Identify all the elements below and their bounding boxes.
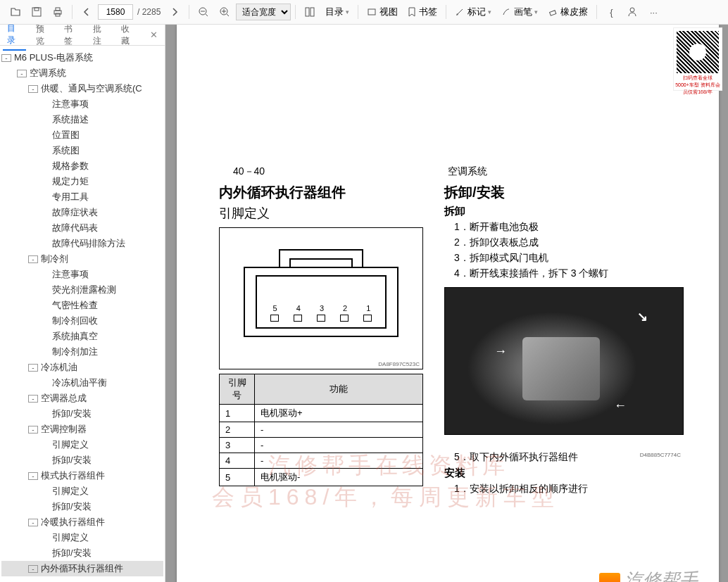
page-total: / 2285 (137, 7, 161, 17)
prev-page-icon[interactable] (77, 2, 96, 22)
tree-item[interactable]: 气密性检查 (1, 298, 163, 313)
brush-button[interactable]: 画笔▾ (497, 2, 542, 22)
collapse-icon[interactable]: - (28, 426, 38, 434)
tree-item[interactable]: 冷冻机油平衡 (1, 375, 163, 391)
zoom-out-icon[interactable] (194, 2, 213, 22)
step-item: 2．拆卸仪表板总成 (454, 236, 698, 249)
collapse-icon[interactable]: - (17, 70, 27, 77)
install-heading: 安装 (444, 467, 698, 480)
zoom-select[interactable]: 适合宽度 (236, 4, 291, 20)
tree-item[interactable]: 引脚定义 (1, 437, 163, 453)
pin-table: 引脚号功能 1电机驱动+2-3-4-5电机驱动- (219, 374, 423, 486)
layout-icon[interactable] (300, 2, 320, 22)
more-icon[interactable]: ··· (644, 2, 663, 22)
tree-item[interactable]: 系统抽真空 (1, 329, 163, 344)
collapse-icon[interactable]: - (28, 519, 38, 526)
main: 目录 预览 书签 批注 收藏 ✕ - M6 PLUS-电器系统 -空调系统-供暖… (0, 25, 728, 582)
svg-rect-12 (306, 8, 309, 16)
user-icon[interactable] (622, 2, 642, 22)
tree-item[interactable]: 规定力矩 (1, 174, 163, 189)
tree-item[interactable]: 位置图 (1, 127, 163, 143)
step-item: 3．拆卸模式风门电机 (454, 252, 698, 265)
tree-item[interactable]: 拆卸/安装 (1, 406, 163, 422)
component-title: 内外循环执行器组件 (219, 183, 423, 202)
step-item: 1．断开蓄电池负极 (454, 221, 698, 234)
tree-item[interactable]: 注意事项 (1, 267, 163, 282)
page-section-title: 空调系统 (448, 165, 487, 178)
svg-rect-14 (368, 9, 375, 15)
page-number-input[interactable] (98, 4, 133, 20)
tree-item[interactable]: 故障症状表 (1, 205, 163, 220)
tree-item[interactable]: -空调控制器 (1, 422, 163, 437)
page-section-number: 40－40 (233, 165, 265, 178)
connector-diagram: 54321 DA8F897C523C (219, 227, 423, 369)
tree-item[interactable]: 拆卸/安装 (1, 545, 163, 561)
tree-item[interactable]: 荧光剂泄露检测 (1, 282, 163, 298)
tree-item[interactable]: 系统描述 (1, 112, 163, 127)
tree-item[interactable]: 系统图 (1, 143, 163, 158)
tree-item[interactable]: 拆卸/安装 (1, 499, 163, 514)
step-item: 1．安装以拆卸相反的顺序进行 (454, 483, 698, 495)
logo-icon (599, 573, 620, 583)
tree-item[interactable]: -冷暖执行器组件 (1, 514, 163, 530)
outline-tree: - M6 PLUS-电器系统 -空调系统-供暖、通风与空调系统(C注意事项系统描… (0, 46, 165, 582)
tree-item[interactable]: -制冷剂 (1, 251, 163, 267)
sidebar-close-icon[interactable]: ✕ (146, 30, 162, 40)
pdf-page: 40－40 空调系统 内外循环执行器组件 引脚定义 (177, 25, 719, 582)
tree-item[interactable]: 引脚定义 (1, 530, 163, 545)
bookmark-button[interactable]: 书签 (403, 2, 441, 22)
tree-item[interactable]: -冷冻机油 (1, 360, 163, 375)
svg-rect-15 (550, 11, 556, 15)
qr-code: 扫码查看全球5000+车型 资料库会员仅需168/年 (673, 27, 722, 91)
collapse-icon[interactable]: - (28, 255, 38, 263)
svg-point-16 (630, 8, 634, 12)
tree-item[interactable]: 故障代码排除方法 (1, 236, 163, 251)
page-header: 40－40 空调系统 (233, 165, 691, 178)
left-column: 内外循环执行器组件 引脚定义 54321 DA8F8 (205, 183, 423, 498)
svg-rect-13 (310, 8, 314, 16)
tree-item[interactable]: -空调器总成 (1, 391, 163, 406)
outline-button[interactable]: 目录▾ (321, 2, 353, 22)
tree-item[interactable]: -供暖、通风与空调系统(C (1, 81, 163, 96)
pin-def-title: 引脚定义 (219, 205, 423, 222)
tree-item[interactable]: 制冷剂回收 (1, 313, 163, 329)
collapse-icon[interactable]: - (28, 395, 38, 403)
photo-code: D4B885C7774C (441, 452, 681, 458)
right-column: 拆卸/安装 拆卸 1．断开蓄电池负极2．拆卸仪表板总成3．拆卸模式风门电机4．断… (444, 183, 698, 498)
collapse-icon[interactable]: - (28, 565, 38, 573)
eraser-button[interactable]: 橡皮擦 (544, 2, 592, 22)
zoom-in-icon[interactable] (215, 2, 234, 22)
tree-item[interactable]: 规格参数 (1, 158, 163, 174)
tree-item[interactable]: -空调系统 (1, 65, 163, 81)
tree-root[interactable]: - M6 PLUS-电器系统 (1, 50, 163, 65)
collapse-icon[interactable]: - (28, 472, 38, 480)
diagram-code: DA8F897C523C (378, 361, 420, 367)
view-button[interactable]: 视图 (363, 2, 402, 22)
tree-item[interactable]: -内外循环执行器组件 (1, 561, 163, 576)
tree-item[interactable]: 故障代码表 (1, 220, 163, 236)
collapse-icon[interactable]: - (28, 85, 38, 93)
remove-heading: 拆卸 (444, 205, 698, 218)
brand-logo: 汽修帮手 (599, 568, 698, 582)
print-icon[interactable] (48, 2, 68, 22)
svg-rect-0 (32, 8, 41, 16)
step-item: 4．断开线束接插件，拆下 3 个螺钉 (454, 267, 698, 280)
remove-install-title: 拆卸/安装 (444, 183, 698, 202)
tool1-icon[interactable]: { (601, 2, 621, 22)
collapse-icon[interactable]: - (1, 54, 11, 62)
tree-item[interactable]: 拆卸/安装 (1, 453, 163, 468)
component-photo: ↘ → ← (444, 287, 684, 435)
tree-item[interactable]: 注意事项 (1, 96, 163, 112)
collapse-icon[interactable]: - (28, 364, 38, 372)
tree-item[interactable]: 制冷剂加注 (1, 344, 163, 360)
save-icon[interactable] (27, 2, 46, 22)
next-page-icon[interactable] (165, 2, 184, 22)
annotate-button[interactable]: 标记▾ (451, 2, 496, 22)
table-row: 5电机驱动- (220, 469, 423, 486)
tree-item[interactable]: 专用工具 (1, 189, 163, 205)
svg-rect-1 (34, 8, 39, 11)
document-viewport[interactable]: 40－40 空调系统 内外循环执行器组件 引脚定义 (165, 25, 728, 582)
table-row: 4- (220, 453, 423, 469)
tree-item[interactable]: -模式执行器组件 (1, 468, 163, 483)
tree-item[interactable]: 引脚定义 (1, 483, 163, 499)
